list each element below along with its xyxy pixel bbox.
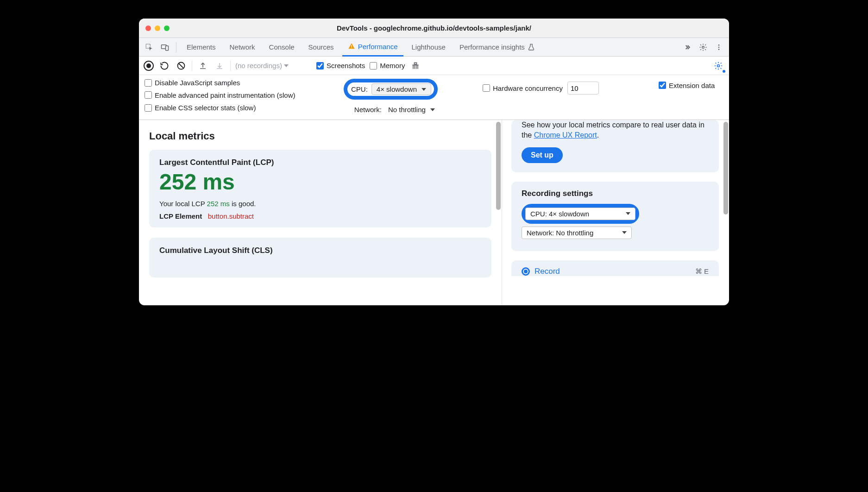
disable-js-samples-checkbox[interactable]: Disable JavaScript samples <box>145 79 339 87</box>
memory-checkbox-input[interactable] <box>370 62 377 69</box>
hardware-concurrency-label: Hardware concurrency <box>493 84 563 92</box>
tab-insights-label: Performance insights <box>459 43 525 51</box>
lcp-description: Your local LCP 252 ms is good. <box>159 200 481 208</box>
crux-report-link[interactable]: Chrome UX Report <box>534 131 597 139</box>
capture-settings-gear-icon[interactable] <box>712 60 724 72</box>
css-selector-stats-checkbox[interactable]: Enable CSS selector stats (slow) <box>145 104 339 112</box>
svg-rect-3 <box>351 45 352 47</box>
device-toolbar-icon[interactable] <box>158 41 171 54</box>
tab-performance-insights[interactable]: Performance insights <box>454 38 541 57</box>
hardware-concurrency-checkbox[interactable]: Hardware concurrency <box>483 84 563 92</box>
lcp-element-row: LCP Element button.subtract <box>159 212 481 220</box>
record-button[interactable] <box>144 61 154 71</box>
chevron-down-icon <box>284 64 289 67</box>
network-label: Network: <box>344 106 382 114</box>
network-throttle-value: No throttling <box>388 106 426 114</box>
no-recordings-label: (no recordings) <box>235 62 282 69</box>
kebab-menu-icon[interactable] <box>712 41 725 54</box>
capture-settings-pane: Disable JavaScript samples Enable advanc… <box>139 75 729 120</box>
field-data-text: See how your local metrics compare to re… <box>522 120 709 141</box>
hardware-concurrency-input[interactable] <box>483 84 490 92</box>
network-throttle-select[interactable]: No throttling <box>386 104 437 115</box>
panel-tabbar: Elements Network Console Sources Perform… <box>139 38 729 57</box>
svg-point-5 <box>702 46 704 48</box>
advanced-paint-label: Enable advanced paint instrumentation (s… <box>155 91 296 99</box>
inspect-element-icon[interactable] <box>143 41 156 54</box>
disable-js-samples-input[interactable] <box>145 79 152 87</box>
tab-lighthouse[interactable]: Lighthouse <box>406 38 451 57</box>
record-action-card: Record ⌘ E <box>511 260 719 276</box>
window-title: DevTools - googlechrome.github.io/devtoo… <box>139 24 729 32</box>
recording-settings-card: Recording settings CPU: 4× slowdown Netw… <box>511 182 719 251</box>
lcp-element-selector[interactable]: button.subtract <box>208 212 254 220</box>
cls-title: Cumulative Layout Shift (CLS) <box>159 246 481 255</box>
chevron-down-icon <box>622 231 627 234</box>
right-sidebar: See how your local metrics compare to re… <box>502 120 729 305</box>
tab-performance-label: Performance <box>358 43 398 50</box>
memory-checkbox[interactable]: Memory <box>370 62 405 69</box>
cls-card: Cumulative Layout Shift (CLS) <box>149 238 491 278</box>
local-metrics-panel: Local metrics Largest Contentful Paint (… <box>139 120 502 305</box>
content-area: Local metrics Largest Contentful Paint (… <box>139 120 729 305</box>
cpu-label: CPU: <box>351 85 368 93</box>
screenshots-checkbox[interactable]: Screenshots <box>316 62 365 69</box>
cpu-throttle-select-sidebar[interactable]: CPU: 4× slowdown <box>525 208 635 220</box>
load-profile-icon[interactable] <box>197 60 209 72</box>
cpu-throttle-highlight-sidebar: CPU: 4× slowdown <box>522 204 639 224</box>
svg-point-6 <box>718 44 720 46</box>
lcp-title: Largest Contentful Paint (LCP) <box>159 158 481 167</box>
css-selector-stats-label: Enable CSS selector stats (slow) <box>155 104 256 112</box>
divider <box>176 42 176 52</box>
local-metrics-heading: Local metrics <box>149 130 491 142</box>
tab-console[interactable]: Console <box>264 38 300 57</box>
lcp-value: 252 ms <box>159 171 481 193</box>
svg-point-11 <box>717 64 720 67</box>
extension-data-input[interactable] <box>659 82 666 89</box>
performance-toolbar: (no recordings) Screenshots Memory <box>139 57 729 75</box>
scrollbar[interactable] <box>723 122 728 214</box>
devtools-window: DevTools - googlechrome.github.io/devtoo… <box>139 19 729 305</box>
more-tabs-icon[interactable] <box>681 41 694 54</box>
cpu-throttle-select[interactable]: 4× slowdown <box>371 83 431 95</box>
chevron-down-icon <box>626 212 630 215</box>
network-throttle-select-sidebar[interactable]: Network: No throttling <box>522 227 632 239</box>
record-icon <box>522 267 530 276</box>
disable-js-samples-label: Disable JavaScript samples <box>155 79 240 87</box>
record-shortcut: ⌘ E <box>695 267 709 276</box>
extension-data-checkbox[interactable]: Extension data <box>659 82 729 89</box>
screenshots-checkbox-input[interactable] <box>316 62 324 69</box>
flask-icon <box>528 44 535 51</box>
cpu-throttle-sidebar-value: CPU: 4× slowdown <box>530 210 589 218</box>
lcp-element-label: LCP Element <box>159 212 202 220</box>
settings-gear-icon[interactable] <box>697 41 710 54</box>
reload-button[interactable] <box>158 60 170 72</box>
css-selector-stats-input[interactable] <box>145 104 152 112</box>
recording-settings-heading: Recording settings <box>522 189 709 198</box>
network-throttle-sidebar-value: Network: No throttling <box>527 229 593 237</box>
hardware-concurrency-value-input[interactable] <box>567 82 599 95</box>
clear-button[interactable] <box>175 60 187 72</box>
tab-performance[interactable]: Performance <box>342 38 403 57</box>
save-profile-icon <box>214 60 226 72</box>
divider <box>192 61 192 71</box>
extension-data-label: Extension data <box>669 82 715 89</box>
memory-label: Memory <box>380 62 405 69</box>
titlebar: DevTools - googlechrome.github.io/devtoo… <box>139 19 729 38</box>
field-data-card: See how your local metrics compare to re… <box>511 120 719 172</box>
setup-button[interactable]: Set up <box>522 147 563 163</box>
scrollbar[interactable] <box>496 122 501 210</box>
lcp-card: Largest Contentful Paint (LCP) 252 ms Yo… <box>149 150 491 227</box>
screenshots-label: Screenshots <box>327 62 365 69</box>
advanced-paint-input[interactable] <box>145 91 152 99</box>
svg-rect-2 <box>166 46 169 50</box>
record-action-label[interactable]: Record <box>535 267 560 276</box>
advanced-paint-checkbox[interactable]: Enable advanced paint instrumentation (s… <box>145 91 339 99</box>
recordings-dropdown[interactable]: (no recordings) <box>235 62 289 69</box>
svg-rect-4 <box>351 48 352 48</box>
divider <box>230 61 231 71</box>
collect-garbage-icon[interactable] <box>409 60 421 72</box>
cpu-throttle-highlight: CPU: 4× slowdown <box>344 79 438 100</box>
tab-elements[interactable]: Elements <box>181 38 221 57</box>
tab-network[interactable]: Network <box>224 38 261 57</box>
tab-sources[interactable]: Sources <box>303 38 340 57</box>
